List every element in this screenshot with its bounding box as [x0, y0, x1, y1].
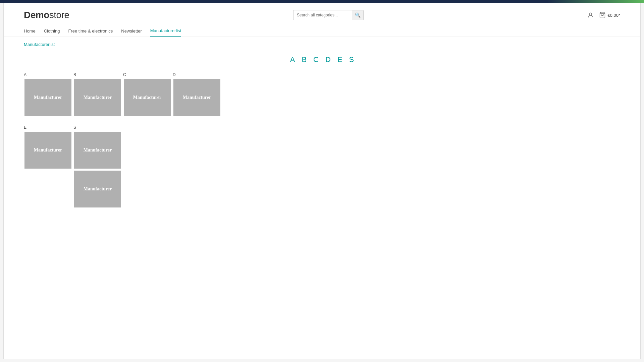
letter-section-a: A Manufacturer [24, 72, 73, 117]
letter-s-link[interactable]: S [349, 55, 354, 64]
manufacturer-label: Manufacturer [133, 95, 162, 100]
logo-store: store [49, 10, 69, 20]
breadcrumb: Manufacturerlist [4, 37, 640, 52]
letter-e-link[interactable]: E [337, 55, 342, 64]
manufacturer-label: Manufacturer [84, 147, 112, 153]
letter-section-s: S Manufacturer Manufacturer [73, 125, 123, 208]
nav-manufacturerlist[interactable]: Manufacturerlist [150, 25, 181, 37]
manufacturer-card[interactable]: Manufacturer [24, 132, 71, 169]
manufacturer-label: Manufacturer [183, 95, 211, 100]
manufacturer-label: Manufacturer [34, 95, 62, 100]
manufacturer-content: A B C D E S A Manufacturer B Manufacture… [4, 52, 640, 220]
nav-newsletter[interactable]: Newsletter [121, 26, 142, 36]
main-nav: Home Clothing Free time & electronics Ne… [4, 25, 640, 37]
letter-d-link[interactable]: D [325, 55, 331, 64]
group-row-es: E Manufacturer S Manufacturer Manufactur… [24, 125, 620, 208]
section-label-b: B [73, 72, 123, 77]
cart-icon [599, 12, 606, 18]
site-logo[interactable]: Demostore [24, 10, 69, 20]
page-wrapper: Demostore 🔍 €0.00* [3, 3, 641, 359]
user-icon [587, 12, 594, 18]
letter-index: A B C D E S [24, 55, 620, 64]
top-accent-bar [0, 0, 644, 3]
section-label-e: E [24, 125, 73, 130]
cart-amount: €0.00* [607, 13, 620, 18]
cart-button[interactable]: €0.00* [599, 12, 620, 18]
search-bar: 🔍 [293, 10, 364, 20]
section-label-d: D [173, 72, 222, 77]
section-label-a: A [24, 72, 73, 77]
manufacturer-card[interactable]: Manufacturer [74, 132, 121, 169]
search-button[interactable]: 🔍 [352, 10, 363, 20]
logo-demo: Demo [24, 10, 49, 20]
search-input[interactable] [293, 11, 352, 19]
group-row-abcd: A Manufacturer B Manufacturer C Manufact… [24, 72, 620, 117]
manufacturer-label: Manufacturer [34, 147, 62, 153]
manufacturer-label: Manufacturer [84, 95, 112, 100]
letter-c-link[interactable]: C [313, 55, 319, 64]
letter-a-link[interactable]: A [290, 55, 295, 64]
manufacturer-card[interactable]: Manufacturer [173, 79, 220, 116]
letter-section-d: D Manufacturer [173, 72, 222, 117]
site-header: Demostore 🔍 €0.00* [4, 3, 640, 24]
section-label-c: C [123, 72, 173, 77]
nav-home[interactable]: Home [24, 26, 36, 36]
header-icons: €0.00* [587, 12, 620, 18]
nav-free-time[interactable]: Free time & electronics [68, 26, 113, 36]
svg-point-0 [590, 13, 592, 15]
user-icon-button[interactable] [587, 12, 594, 18]
letter-section-e: E Manufacturer [24, 125, 73, 169]
manufacturer-card[interactable]: Manufacturer [74, 79, 121, 116]
manufacturer-card[interactable]: Manufacturer [74, 171, 121, 207]
breadcrumb-link[interactable]: Manufacturerlist [24, 42, 55, 47]
letter-section-b: B Manufacturer [73, 72, 123, 117]
manufacturer-card[interactable]: Manufacturer [24, 79, 71, 116]
nav-clothing[interactable]: Clothing [44, 26, 60, 36]
manufacturer-card[interactable]: Manufacturer [124, 79, 171, 116]
letter-b-link[interactable]: B [302, 55, 307, 64]
letter-section-c: C Manufacturer [123, 72, 173, 117]
section-label-s: S [73, 125, 123, 130]
manufacturer-label: Manufacturer [84, 186, 112, 192]
